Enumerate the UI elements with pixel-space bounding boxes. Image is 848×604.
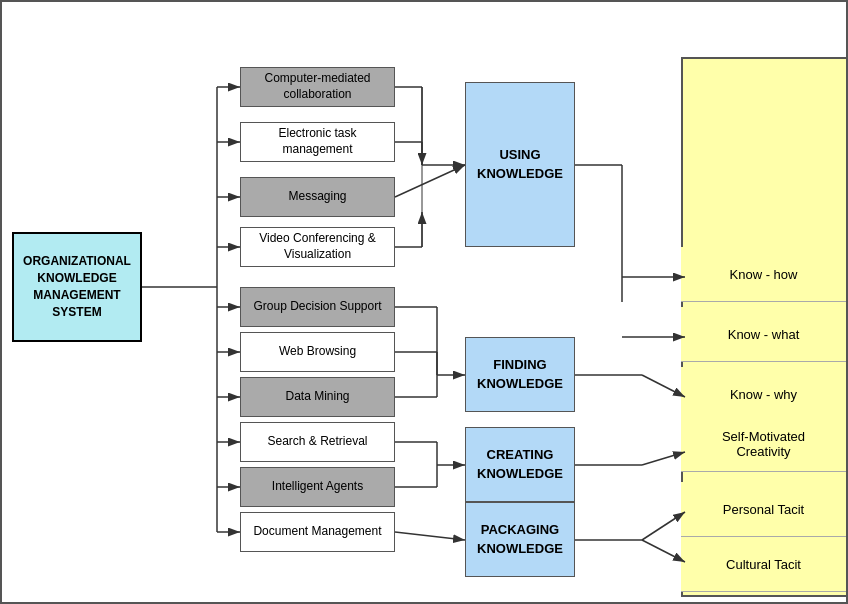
know-item-k5: Personal Tacit <box>681 482 846 537</box>
tech-box-t3: Messaging <box>240 177 395 217</box>
func-box-f4: PACKAGINGKNOWLEDGE <box>465 502 575 577</box>
know-item-k6: Cultural Tacit <box>681 537 846 592</box>
svg-line-17 <box>395 165 465 197</box>
svg-line-42 <box>642 452 685 465</box>
tech-box-t10: Document Management <box>240 512 395 552</box>
tech-box-t6: Web Browsing <box>240 332 395 372</box>
func-box-f3: CREATINGKNOWLEDGE <box>465 427 575 502</box>
tech-box-t9: Intelligent Agents <box>240 467 395 507</box>
okm-label: ORGANIZATIONALKNOWLEDGEMANAGEMENTSYSTEM <box>23 253 131 320</box>
func-box-f1: USINGKNOWLEDGE <box>465 82 575 247</box>
tech-box-t1: Computer-mediatedcollaboration <box>240 67 395 107</box>
svg-line-40 <box>642 375 685 397</box>
okm-box: ORGANIZATIONALKNOWLEDGEMANAGEMENTSYSTEM <box>12 232 142 342</box>
diagram-container: ORGANIZATIONALKNOWLEDGEMANAGEMENTSYSTEM … <box>0 0 848 604</box>
tech-box-t7: Data Mining <box>240 377 395 417</box>
func-box-f2: FINDINGKNOWLEDGE <box>465 337 575 412</box>
svg-line-44 <box>642 512 685 540</box>
svg-line-45 <box>642 540 685 562</box>
know-item-k1: Know - how <box>681 247 846 302</box>
tech-box-t8: Search & Retrieval <box>240 422 395 462</box>
tech-box-t2: Electronic taskmanagement <box>240 122 395 162</box>
tech-box-t4: Video Conferencing &Visualization <box>240 227 395 267</box>
tech-box-t5: Group Decision Support <box>240 287 395 327</box>
know-item-k3: Know - why <box>681 367 846 422</box>
know-item-k4: Self-MotivatedCreativity <box>681 417 846 472</box>
know-item-k2: Know - what <box>681 307 846 362</box>
svg-line-34 <box>395 532 465 540</box>
